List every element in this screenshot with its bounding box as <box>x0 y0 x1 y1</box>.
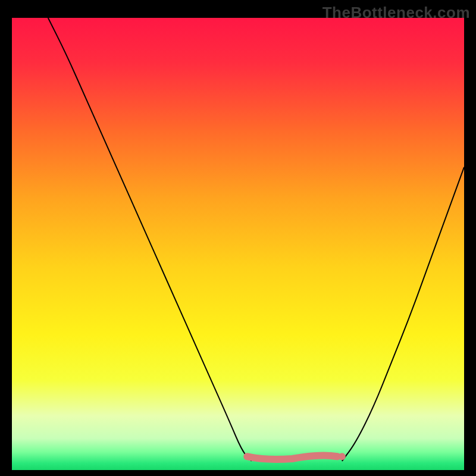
chart-frame: TheBottleneck.com <box>0 0 476 476</box>
watermark-text: TheBottleneck.com <box>322 4 470 22</box>
optimal-range-end-dot <box>339 453 346 460</box>
optimal-range-marker <box>247 456 337 459</box>
bottleneck-chart-svg <box>12 18 464 470</box>
plot-area <box>12 18 464 470</box>
